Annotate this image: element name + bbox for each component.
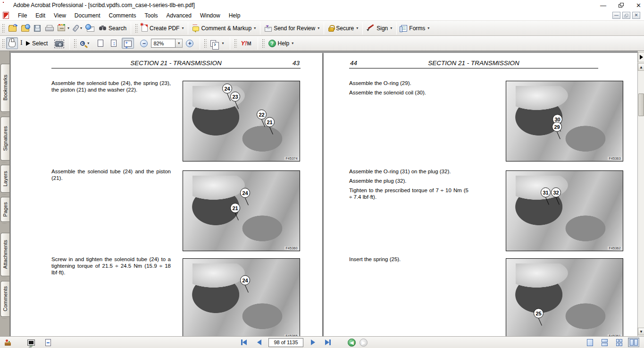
menu-file[interactable]: File (14, 11, 31, 20)
minimize-icon[interactable]: — (600, 2, 606, 8)
tab-layers[interactable]: Layers (0, 165, 9, 193)
email-button[interactable] (84, 23, 97, 34)
comment-markup-icon (192, 26, 199, 31)
section-header: SECTION 21 - TRANSMISSION (349, 59, 598, 67)
forms-icon (401, 25, 407, 32)
zoom-out-button[interactable]: − (138, 38, 150, 49)
menu-view[interactable]: View (50, 11, 70, 20)
menu-help[interactable]: Help (225, 11, 245, 20)
organizer-button[interactable]: ▾ (55, 23, 72, 33)
page-layout-controls (584, 338, 639, 347)
search-button[interactable]: Search (97, 23, 129, 34)
chevron-down-icon: ▾ (87, 41, 89, 45)
fit-width-icon (124, 41, 132, 47)
save-button[interactable] (32, 23, 43, 34)
doc-restore-icon[interactable] (622, 12, 630, 19)
fit-width-button[interactable] (122, 38, 134, 49)
toolbar-grip[interactable] (1, 23, 5, 34)
doc-close-icon[interactable]: ✕ (632, 12, 640, 19)
toolbar-grip[interactable] (203, 38, 207, 49)
organizer-icon (58, 25, 65, 31)
create-pdf-icon (142, 25, 148, 32)
page-size-icon[interactable] (45, 339, 51, 346)
single-page-layout-button[interactable] (584, 338, 595, 347)
zoom-in-button[interactable]: + (184, 38, 196, 49)
attach-button[interactable]: ▾ (72, 23, 84, 34)
next-view-button[interactable]: ▶ (360, 339, 368, 347)
menu-comments[interactable]: Comments (105, 11, 141, 20)
page-indicator-input[interactable] (268, 338, 303, 347)
figure-photo: 24 F45365 (183, 258, 300, 336)
section-header: SECTION 21 - TRANSMISSION (51, 59, 301, 67)
screen-mode-icon[interactable] (27, 340, 35, 346)
callout-24: 24 (240, 188, 250, 198)
callout-23: 23 (230, 92, 240, 102)
fit-height-button[interactable] (109, 38, 119, 49)
tab-attachments[interactable]: Attachments (0, 233, 9, 276)
chevron-down-icon: ▾ (67, 26, 69, 30)
secure-button[interactable]: Secure▾ (326, 23, 360, 34)
create-pdf-label: Create PDF (150, 25, 179, 32)
open-web-button[interactable] (19, 23, 32, 34)
scroll-up-icon[interactable]: ▲ (638, 63, 644, 71)
create-pdf-button[interactable]: Create PDF▾ (139, 23, 186, 34)
figure-label: F45374 (284, 157, 299, 160)
doc-minimize-icon[interactable]: — (612, 12, 620, 19)
zoom-out-icon: − (140, 40, 148, 47)
vertical-scrollbar[interactable]: ▲ ▼ (637, 51, 644, 336)
zoom-tool-button[interactable]: ▾ (78, 39, 92, 48)
scroll-down-icon[interactable]: ▼ (638, 328, 644, 335)
facing-layout-button[interactable] (628, 338, 639, 347)
tab-pages[interactable]: Pages (0, 197, 9, 222)
sign-button[interactable]: Sign▾ (365, 23, 394, 34)
fit-page-button[interactable] (95, 38, 106, 49)
continuous-layout-button[interactable] (599, 338, 610, 347)
status-misc-icon[interactable] (5, 340, 11, 346)
forms-button[interactable]: Forms▾ (399, 23, 432, 34)
zoom-dropdown-icon[interactable]: ▾ (176, 39, 183, 48)
toolbar-grip[interactable] (1, 38, 5, 49)
callout-24: 24 (222, 84, 232, 93)
hand-tool-button[interactable] (6, 37, 18, 49)
toolbar-grip[interactable] (73, 38, 76, 49)
chevron-down-icon: ▾ (427, 26, 429, 30)
menu-advanced[interactable]: Advanced (162, 11, 196, 20)
menu-edit[interactable]: Edit (31, 11, 50, 20)
document-pane[interactable]: SECTION 21 - TRANSMISSION 43 Assemble th… (10, 51, 637, 336)
select-tool-button[interactable]: Select (18, 38, 50, 49)
print-button[interactable] (43, 23, 55, 33)
first-page-button[interactable] (238, 338, 250, 347)
yahoo-search-button[interactable]: Y!M (238, 38, 253, 49)
send-for-review-button[interactable]: Send for Review▾ (262, 23, 322, 34)
zoom-level-input[interactable] (151, 39, 176, 48)
toolbar-grip[interactable] (261, 38, 265, 49)
scrollbar-thumb[interactable] (638, 93, 644, 116)
toolbar-grip[interactable] (134, 23, 138, 34)
next-page-button[interactable] (307, 338, 318, 347)
menu-document[interactable]: Document (70, 11, 105, 20)
menu-tools[interactable]: Tools (141, 11, 162, 20)
continuous-facing-layout-button[interactable] (613, 338, 625, 347)
previous-view-button[interactable]: ◀ (348, 339, 356, 347)
secure-label: Secure (336, 25, 354, 32)
callout-22: 22 (257, 110, 267, 119)
last-page-button[interactable] (322, 338, 334, 347)
toolbar-grip[interactable] (234, 38, 237, 49)
tab-bookmarks[interactable]: Bookmarks (0, 64, 9, 112)
snapshot-button[interactable] (53, 38, 66, 49)
figure-label: F45363 (608, 157, 622, 160)
menu-window[interactable]: Window (196, 11, 225, 20)
restore-icon[interactable] (619, 3, 624, 8)
comment-markup-button[interactable]: Comment & Markup▾ (190, 23, 258, 34)
navigation-tab-strip: Bookmarks Signatures Layers Pages Attach… (0, 51, 10, 336)
help-icon: ? (268, 40, 276, 47)
instruction-text: Assemble the solenoid tube (24), the spr… (51, 80, 171, 96)
pane-toggle-icon[interactable] (638, 52, 644, 62)
open-button[interactable] (6, 23, 19, 34)
help-button[interactable]: ?Help▾ (266, 38, 296, 49)
close-icon[interactable]: ✕ (636, 2, 641, 8)
tab-comments[interactable]: Comments (0, 281, 9, 317)
previous-page-button[interactable] (253, 338, 265, 347)
tab-signatures[interactable]: Signatures (0, 117, 9, 161)
page-display-button[interactable]: ▾ (208, 38, 226, 49)
